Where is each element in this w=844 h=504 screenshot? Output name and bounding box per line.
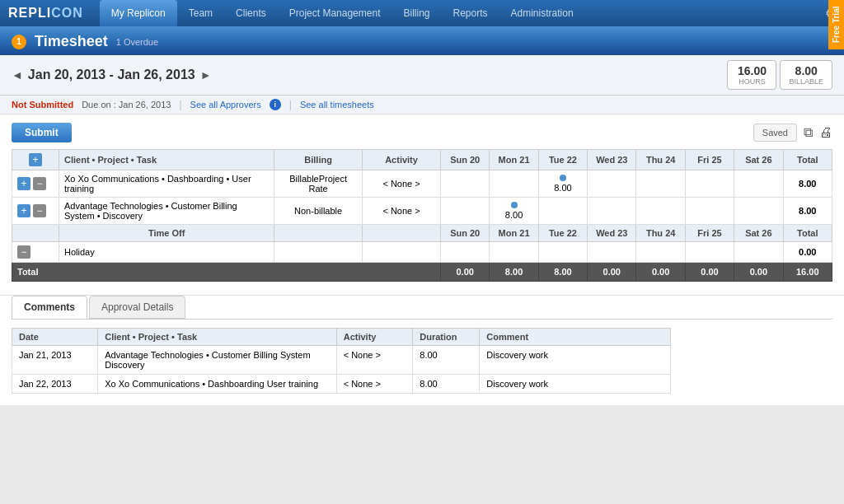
add-row-button[interactable]: +	[29, 153, 42, 166]
add-entry-button2[interactable]: +	[17, 204, 30, 217]
total-mon21: 8.00	[490, 263, 538, 282]
print-icon[interactable]: 🖨	[819, 125, 832, 140]
nav-tab-reports[interactable]: Reports	[442, 0, 499, 26]
divider2: |	[289, 99, 292, 110]
total-hours-box: 16.00 HOURS	[727, 60, 776, 90]
tab-approval-details[interactable]: Approval Details	[89, 296, 185, 319]
row1-client-project-task: Xo Xo Communications • Dashboarding • Us…	[59, 170, 274, 198]
col-sun20: Sun 20	[441, 150, 490, 170]
holiday-sat26[interactable]	[734, 242, 783, 263]
row1-wed23[interactable]	[588, 170, 636, 198]
row2-billing: Non-billable	[274, 198, 363, 225]
holiday-sun20[interactable]	[441, 242, 490, 263]
row2-tue22[interactable]	[538, 198, 587, 225]
col-total: Total	[783, 150, 832, 170]
row1-fri25[interactable]	[685, 170, 734, 198]
row1-thu24[interactable]	[636, 170, 685, 198]
nav-tab-billing[interactable]: Billing	[392, 0, 441, 26]
col-sat26: Sat 26	[734, 150, 783, 170]
row2-wed23[interactable]	[588, 198, 636, 225]
time-off-label: Time Off	[59, 225, 274, 242]
comments-tabs: Comments Approval Details	[12, 296, 832, 320]
row1-sun20[interactable]	[441, 170, 490, 198]
total-wed23: 0.00	[588, 263, 636, 282]
table-row: − Holiday 0.00	[12, 242, 832, 263]
total-grand: 16.00	[783, 263, 832, 282]
nav-tab-my-replicon[interactable]: My Replicon	[100, 0, 177, 26]
col-tue22: Tue 22	[538, 150, 587, 170]
header-section: 1 Timesheet 1 Overdue	[0, 26, 844, 55]
row2-mon21[interactable]: 8.00	[490, 198, 538, 225]
remove-entry-button2[interactable]: −	[33, 204, 46, 217]
submit-button[interactable]: Submit	[12, 123, 72, 142]
row1-total: 8.00	[783, 170, 832, 198]
copy-icon[interactable]: ⧉	[804, 125, 813, 140]
time-off-sat26: Sat 26	[734, 225, 783, 242]
nav-tab-administration[interactable]: Administration	[499, 0, 585, 26]
see-all-approvers-link[interactable]: See all Approvers	[190, 100, 261, 110]
row1-actions: + −	[12, 170, 59, 198]
blue-dot	[560, 175, 566, 181]
col-mon21: Mon 21	[490, 150, 538, 170]
row2-thu24[interactable]	[636, 198, 685, 225]
col-wed23: Wed 23	[588, 150, 636, 170]
see-all-timesheets-link[interactable]: See all timesheets	[300, 100, 374, 110]
comment-row2-date: Jan 22, 2013	[12, 375, 98, 394]
row1-mon21[interactable]	[490, 170, 538, 198]
table-row: + − Advantage Technologies • Customer Bi…	[12, 198, 832, 225]
next-date-button[interactable]: ►	[200, 68, 212, 82]
prev-date-button[interactable]: ◄	[12, 68, 23, 82]
timesheet-title: Timesheet	[35, 33, 108, 50]
col-date: Date	[12, 329, 98, 346]
comment-row1-activity: < None >	[336, 346, 413, 375]
row2-sun20[interactable]	[441, 198, 490, 225]
holiday-tue22[interactable]	[538, 242, 587, 263]
nav-tab-team[interactable]: Team	[177, 0, 224, 26]
holiday-activity	[363, 242, 441, 263]
row2-activity: < None >	[363, 198, 441, 225]
time-off-sun20: Sun 20	[441, 225, 490, 242]
holiday-billing	[274, 242, 363, 263]
nav-tabs: My Replicon Team Clients Project Managem…	[100, 0, 585, 26]
row2-actions: + −	[12, 198, 59, 225]
comments-table: Date Client • Project • Task Activity Du…	[12, 328, 671, 394]
comment-row2-duration: 8.00	[413, 375, 480, 394]
saved-button[interactable]: Saved	[753, 124, 797, 142]
add-entry-button[interactable]: +	[17, 177, 30, 190]
row1-tue22[interactable]: 8.00	[538, 170, 587, 198]
time-off-total: Total	[783, 225, 832, 242]
timesheet-title-row: 1 Timesheet 1 Overdue	[12, 33, 832, 55]
table-row: + − Xo Xo Communications • Dashboarding …	[12, 170, 832, 198]
total-hours-value: 16.00	[736, 64, 767, 77]
row2-sat26[interactable]	[734, 198, 783, 225]
holiday-total: 0.00	[783, 242, 832, 263]
time-off-thu24: Thu 24	[636, 225, 685, 242]
holiday-wed23[interactable]	[588, 242, 636, 263]
overdue-badge: 1	[12, 35, 26, 49]
toolbar-right: Saved ⧉ 🖨	[753, 124, 832, 142]
nav-bar: REPLICON My Replicon Team Clients Projec…	[0, 0, 844, 26]
billable-hours-value: 8.00	[789, 64, 823, 77]
col-client-project-task: Client • Project • Task	[59, 150, 274, 170]
time-off-mon21: Mon 21	[490, 225, 538, 242]
row1-sat26[interactable]	[734, 170, 783, 198]
nav-tab-clients[interactable]: Clients	[224, 0, 278, 26]
holiday-mon21[interactable]	[490, 242, 538, 263]
list-item: Jan 21, 2013 Advantage Technologies • Cu…	[12, 346, 671, 375]
nav-tab-project-management[interactable]: Project Management	[278, 0, 392, 26]
info-icon[interactable]: i	[270, 99, 281, 110]
overdue-text: 1 Overdue	[116, 37, 158, 47]
remove-holiday-button[interactable]: −	[17, 245, 30, 259]
remove-entry-button[interactable]: −	[33, 177, 46, 190]
col-duration: Duration	[413, 329, 480, 346]
total-tue22: 8.00	[538, 263, 587, 282]
free-trial-badge: Free Trial	[828, 0, 844, 49]
tab-comments[interactable]: Comments	[12, 296, 87, 319]
holiday-thu24[interactable]	[636, 242, 685, 263]
holiday-fri25[interactable]	[685, 242, 734, 263]
hours-summary: 16.00 HOURS 8.00 BILLABLE	[727, 60, 832, 90]
comments-section: Comments Approval Details Date Client • …	[0, 295, 844, 405]
row2-fri25[interactable]	[685, 198, 734, 225]
logo: REPLICON	[8, 6, 83, 21]
comment-row1-duration: 8.00	[413, 346, 480, 375]
